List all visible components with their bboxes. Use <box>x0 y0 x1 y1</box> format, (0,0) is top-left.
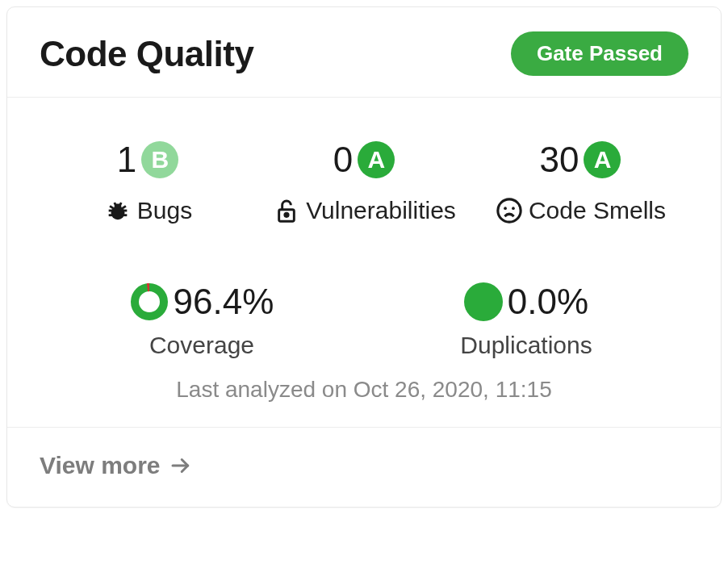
card-body: 1 B <box>7 98 721 427</box>
metric-coverage[interactable]: 96.4% Coverage <box>40 282 364 359</box>
bug-icon <box>103 196 132 225</box>
bugs-grade-badge: B <box>141 141 178 178</box>
bugs-label: Bugs <box>137 197 192 224</box>
svg-line-8 <box>115 203 115 205</box>
coverage-value: 96.4% <box>174 282 274 322</box>
metric-vulnerabilities[interactable]: 0 A Vulnerabilities <box>256 138 472 225</box>
svg-line-6 <box>110 206 113 208</box>
duplications-circle-icon <box>464 282 503 321</box>
svg-point-13 <box>504 207 507 210</box>
metric-code-smells[interactable]: 30 A Code Smells <box>472 138 688 225</box>
svg-point-15 <box>135 287 164 316</box>
view-more-label: View more <box>40 452 161 479</box>
metric-duplications[interactable]: 0.0% Duplications <box>364 282 688 359</box>
metrics-row-top: 1 B <box>40 138 688 225</box>
code-quality-card: Code Quality Gate Passed 1 B <box>6 6 722 508</box>
view-more-link[interactable]: View more <box>40 452 193 479</box>
svg-point-11 <box>285 213 288 216</box>
card-title: Code Quality <box>40 34 253 74</box>
duplications-label: Duplications <box>460 332 592 359</box>
vulnerabilities-value: 0 <box>333 140 353 180</box>
coverage-donut-icon <box>130 282 169 321</box>
card-header: Code Quality Gate Passed <box>7 7 721 98</box>
last-analyzed-text: Last analyzed on Oct 26, 2020, 11:15 <box>40 377 688 403</box>
metric-bugs[interactable]: 1 B <box>40 138 256 225</box>
frown-icon <box>495 196 524 225</box>
svg-point-14 <box>512 207 515 210</box>
vulnerabilities-grade-badge: A <box>358 141 395 178</box>
code-smells-grade-badge: A <box>584 141 621 178</box>
gate-passed-badge: Gate Passed <box>511 31 688 76</box>
svg-line-9 <box>120 203 121 205</box>
duplications-value: 0.0% <box>508 282 588 322</box>
arrow-right-icon <box>169 454 193 478</box>
card-footer: View more <box>7 427 721 507</box>
code-smells-value: 30 <box>540 140 579 180</box>
svg-point-12 <box>498 199 521 222</box>
bugs-value: 1 <box>117 140 136 180</box>
metrics-row-bottom: 96.4% Coverage 0.0% Duplications <box>40 282 688 359</box>
vulnerabilities-label: Vulnerabilities <box>306 197 456 224</box>
code-smells-label: Code Smells <box>529 197 666 224</box>
coverage-label: Coverage <box>149 332 254 359</box>
svg-line-7 <box>122 206 125 208</box>
lock-open-icon <box>272 196 301 225</box>
